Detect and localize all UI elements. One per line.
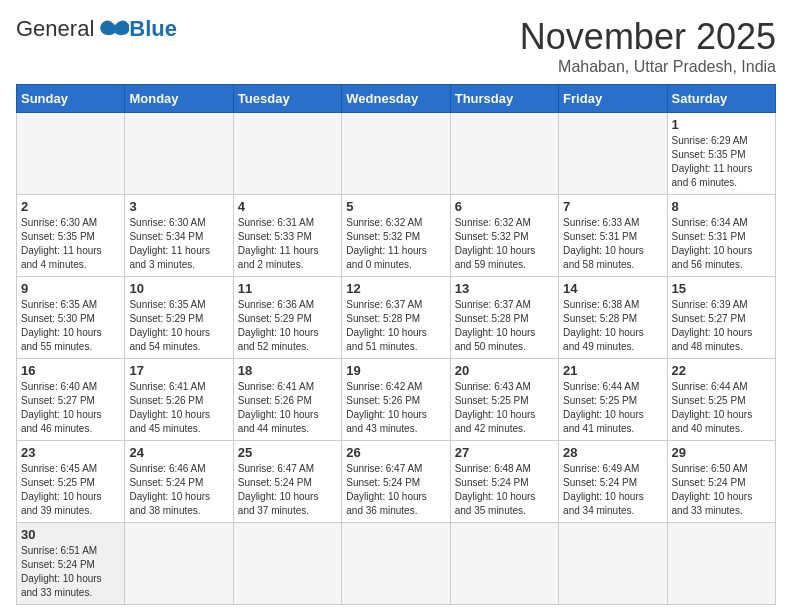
day-info: Sunrise: 6:44 AMSunset: 5:25 PMDaylight:… [672, 380, 771, 436]
calendar-cell: 4Sunrise: 6:31 AMSunset: 5:33 PMDaylight… [233, 195, 341, 277]
day-number: 9 [21, 281, 120, 296]
day-info: Sunrise: 6:47 AMSunset: 5:24 PMDaylight:… [238, 462, 337, 518]
logo-bird-icon [97, 17, 129, 41]
day-info: Sunrise: 6:50 AMSunset: 5:24 PMDaylight:… [672, 462, 771, 518]
day-number: 20 [455, 363, 554, 378]
day-number: 6 [455, 199, 554, 214]
day-number: 3 [129, 199, 228, 214]
calendar-cell: 1Sunrise: 6:29 AMSunset: 5:35 PMDaylight… [667, 113, 775, 195]
calendar-cell: 22Sunrise: 6:44 AMSunset: 5:25 PMDayligh… [667, 359, 775, 441]
calendar-cell: 30Sunrise: 6:51 AMSunset: 5:24 PMDayligh… [17, 523, 125, 605]
logo-general: General [16, 16, 94, 42]
calendar-cell: 25Sunrise: 6:47 AMSunset: 5:24 PMDayligh… [233, 441, 341, 523]
calendar-cell: 29Sunrise: 6:50 AMSunset: 5:24 PMDayligh… [667, 441, 775, 523]
logo-blue: Blue [129, 16, 177, 42]
calendar-cell: 21Sunrise: 6:44 AMSunset: 5:25 PMDayligh… [559, 359, 667, 441]
day-number: 2 [21, 199, 120, 214]
calendar-cell [233, 113, 341, 195]
calendar-cell: 13Sunrise: 6:37 AMSunset: 5:28 PMDayligh… [450, 277, 558, 359]
day-info: Sunrise: 6:35 AMSunset: 5:29 PMDaylight:… [129, 298, 228, 354]
month-title: November 2025 [520, 16, 776, 58]
calendar-cell [17, 113, 125, 195]
calendar-cell [559, 523, 667, 605]
calendar-cell: 14Sunrise: 6:38 AMSunset: 5:28 PMDayligh… [559, 277, 667, 359]
day-number: 12 [346, 281, 445, 296]
day-info: Sunrise: 6:32 AMSunset: 5:32 PMDaylight:… [346, 216, 445, 272]
day-number: 17 [129, 363, 228, 378]
day-header-saturday: Saturday [667, 85, 775, 113]
day-info: Sunrise: 6:35 AMSunset: 5:30 PMDaylight:… [21, 298, 120, 354]
day-number: 28 [563, 445, 662, 460]
day-number: 8 [672, 199, 771, 214]
day-header-tuesday: Tuesday [233, 85, 341, 113]
day-info: Sunrise: 6:46 AMSunset: 5:24 PMDaylight:… [129, 462, 228, 518]
day-number: 13 [455, 281, 554, 296]
day-header-thursday: Thursday [450, 85, 558, 113]
calendar-cell [125, 113, 233, 195]
day-number: 24 [129, 445, 228, 460]
calendar-cell: 5Sunrise: 6:32 AMSunset: 5:32 PMDaylight… [342, 195, 450, 277]
day-info: Sunrise: 6:33 AMSunset: 5:31 PMDaylight:… [563, 216, 662, 272]
calendar-cell [559, 113, 667, 195]
day-header-monday: Monday [125, 85, 233, 113]
day-info: Sunrise: 6:31 AMSunset: 5:33 PMDaylight:… [238, 216, 337, 272]
calendar-cell: 8Sunrise: 6:34 AMSunset: 5:31 PMDaylight… [667, 195, 775, 277]
header: General Blue November 2025 Mahaban, Utta… [16, 16, 776, 76]
day-number: 23 [21, 445, 120, 460]
day-number: 29 [672, 445, 771, 460]
day-info: Sunrise: 6:30 AMSunset: 5:34 PMDaylight:… [129, 216, 228, 272]
day-info: Sunrise: 6:30 AMSunset: 5:35 PMDaylight:… [21, 216, 120, 272]
calendar-cell: 17Sunrise: 6:41 AMSunset: 5:26 PMDayligh… [125, 359, 233, 441]
day-number: 7 [563, 199, 662, 214]
calendar-cell: 10Sunrise: 6:35 AMSunset: 5:29 PMDayligh… [125, 277, 233, 359]
location: Mahaban, Uttar Pradesh, India [520, 58, 776, 76]
title-area: November 2025 Mahaban, Uttar Pradesh, In… [520, 16, 776, 76]
calendar: SundayMondayTuesdayWednesdayThursdayFrid… [16, 84, 776, 605]
logo: General Blue [16, 16, 177, 42]
day-info: Sunrise: 6:51 AMSunset: 5:24 PMDaylight:… [21, 544, 120, 600]
calendar-cell: 9Sunrise: 6:35 AMSunset: 5:30 PMDaylight… [17, 277, 125, 359]
day-info: Sunrise: 6:37 AMSunset: 5:28 PMDaylight:… [346, 298, 445, 354]
day-info: Sunrise: 6:38 AMSunset: 5:28 PMDaylight:… [563, 298, 662, 354]
calendar-week-1: 1Sunrise: 6:29 AMSunset: 5:35 PMDaylight… [17, 113, 776, 195]
day-header-friday: Friday [559, 85, 667, 113]
calendar-cell: 23Sunrise: 6:45 AMSunset: 5:25 PMDayligh… [17, 441, 125, 523]
calendar-header-row: SundayMondayTuesdayWednesdayThursdayFrid… [17, 85, 776, 113]
calendar-cell: 24Sunrise: 6:46 AMSunset: 5:24 PMDayligh… [125, 441, 233, 523]
day-number: 4 [238, 199, 337, 214]
day-info: Sunrise: 6:41 AMSunset: 5:26 PMDaylight:… [129, 380, 228, 436]
calendar-cell: 26Sunrise: 6:47 AMSunset: 5:24 PMDayligh… [342, 441, 450, 523]
calendar-cell: 12Sunrise: 6:37 AMSunset: 5:28 PMDayligh… [342, 277, 450, 359]
day-number: 5 [346, 199, 445, 214]
calendar-cell [450, 523, 558, 605]
calendar-cell: 15Sunrise: 6:39 AMSunset: 5:27 PMDayligh… [667, 277, 775, 359]
day-info: Sunrise: 6:39 AMSunset: 5:27 PMDaylight:… [672, 298, 771, 354]
calendar-cell [233, 523, 341, 605]
day-number: 22 [672, 363, 771, 378]
day-info: Sunrise: 6:36 AMSunset: 5:29 PMDaylight:… [238, 298, 337, 354]
calendar-week-5: 23Sunrise: 6:45 AMSunset: 5:25 PMDayligh… [17, 441, 776, 523]
calendar-cell [450, 113, 558, 195]
day-number: 18 [238, 363, 337, 378]
day-info: Sunrise: 6:43 AMSunset: 5:25 PMDaylight:… [455, 380, 554, 436]
day-info: Sunrise: 6:44 AMSunset: 5:25 PMDaylight:… [563, 380, 662, 436]
calendar-cell [667, 523, 775, 605]
day-info: Sunrise: 6:34 AMSunset: 5:31 PMDaylight:… [672, 216, 771, 272]
calendar-week-4: 16Sunrise: 6:40 AMSunset: 5:27 PMDayligh… [17, 359, 776, 441]
day-number: 26 [346, 445, 445, 460]
calendar-cell: 11Sunrise: 6:36 AMSunset: 5:29 PMDayligh… [233, 277, 341, 359]
day-number: 1 [672, 117, 771, 132]
calendar-cell [342, 113, 450, 195]
day-number: 30 [21, 527, 120, 542]
day-number: 27 [455, 445, 554, 460]
calendar-cell: 27Sunrise: 6:48 AMSunset: 5:24 PMDayligh… [450, 441, 558, 523]
day-number: 25 [238, 445, 337, 460]
calendar-cell: 16Sunrise: 6:40 AMSunset: 5:27 PMDayligh… [17, 359, 125, 441]
calendar-week-6: 30Sunrise: 6:51 AMSunset: 5:24 PMDayligh… [17, 523, 776, 605]
calendar-cell: 20Sunrise: 6:43 AMSunset: 5:25 PMDayligh… [450, 359, 558, 441]
calendar-cell [125, 523, 233, 605]
day-info: Sunrise: 6:32 AMSunset: 5:32 PMDaylight:… [455, 216, 554, 272]
day-number: 11 [238, 281, 337, 296]
day-number: 15 [672, 281, 771, 296]
day-header-sunday: Sunday [17, 85, 125, 113]
